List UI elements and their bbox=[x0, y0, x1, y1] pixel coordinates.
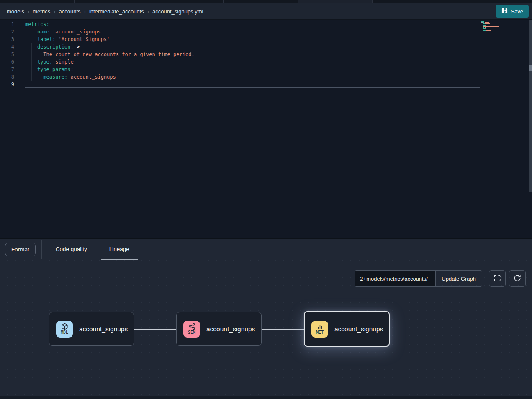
line-number: 7 bbox=[0, 66, 14, 73]
lineage-edge bbox=[262, 329, 304, 330]
bar-chart-icon bbox=[316, 323, 324, 330]
breadcrumb-item: accounts bbox=[59, 8, 81, 15]
line-number: 4 bbox=[0, 43, 14, 51]
breadcrumb: models›metrics›accounts›intermediate_acc… bbox=[7, 8, 203, 15]
panel-bottom-strip bbox=[0, 396, 532, 399]
editor-tab-strip bbox=[0, 0, 532, 3]
code-line: 3 label: 'Account Signups' bbox=[0, 36, 532, 43]
minimap-line bbox=[481, 21, 508, 22]
model-badge: MDL bbox=[56, 321, 73, 338]
lineage-node-semantic-model[interactable]: SEM account_signups bbox=[176, 312, 262, 346]
breadcrumb-item: account_signups.yml bbox=[152, 8, 203, 15]
node-label: account_signups bbox=[334, 325, 383, 333]
code-line: 7 type_params: bbox=[0, 66, 532, 73]
line-number: 3 bbox=[0, 36, 14, 43]
tab-lineage[interactable]: Lineage bbox=[101, 239, 138, 260]
lineage-filter-input[interactable] bbox=[355, 271, 435, 286]
tab-label: Lineage bbox=[109, 246, 129, 252]
metric-badge: MET bbox=[311, 321, 328, 338]
lineage-filter-group: Update Graph bbox=[355, 270, 482, 287]
file-tab[interactable] bbox=[298, 0, 373, 3]
file-tab[interactable] bbox=[373, 0, 447, 3]
panel-tab-bar: Format Code quality Lineage bbox=[0, 239, 532, 260]
minimap-line bbox=[481, 25, 508, 26]
scrollbar-thumb[interactable] bbox=[529, 65, 532, 71]
cube-icon bbox=[61, 323, 68, 330]
code-line: 2 - name: account_signups bbox=[0, 28, 532, 36]
save-button[interactable]: Save bbox=[496, 5, 529, 18]
file-header-bar: models›metrics›accounts›intermediate_acc… bbox=[0, 3, 532, 20]
line-number: 6 bbox=[0, 58, 14, 66]
lineage-node-metric-selected[interactable]: MET account_signups bbox=[304, 311, 390, 347]
minimap-line bbox=[481, 30, 508, 31]
refresh-graph-button[interactable] bbox=[509, 270, 526, 287]
line-number: 8 bbox=[0, 73, 14, 81]
network-icon bbox=[188, 323, 195, 330]
badge-label: MET bbox=[316, 330, 324, 335]
expand-icon bbox=[493, 274, 501, 283]
editor-scrollbar[interactable] bbox=[529, 20, 532, 192]
lineage-canvas[interactable]: Update Graph bbox=[0, 260, 532, 396]
file-tab[interactable] bbox=[224, 0, 298, 3]
save-disk-icon bbox=[501, 8, 508, 15]
chevron-right-icon: › bbox=[147, 8, 149, 15]
lineage-controls: Update Graph bbox=[355, 270, 526, 287]
code-line: 4 description: > bbox=[0, 43, 532, 51]
format-button[interactable]: Format bbox=[5, 243, 36, 256]
chevron-right-icon: › bbox=[84, 8, 86, 15]
update-graph-button[interactable]: Update Graph bbox=[435, 271, 482, 286]
tab-code-quality[interactable]: Code quality bbox=[47, 239, 95, 260]
file-tab[interactable] bbox=[0, 0, 75, 3]
code-line: 1metrics: bbox=[0, 20, 532, 28]
breadcrumb-item: metrics bbox=[33, 8, 50, 15]
refresh-icon bbox=[514, 274, 521, 283]
bottom-panel: Format Code quality Lineage Update Graph bbox=[0, 238, 532, 399]
save-button-label: Save bbox=[511, 8, 523, 15]
code-line: 5 The count of new accounts for a given … bbox=[0, 51, 532, 58]
indent-guide bbox=[31, 43, 32, 81]
code-content[interactable]: 1metrics:2 - name: account_signups3 labe… bbox=[0, 20, 532, 88]
code-editor[interactable]: 1metrics:2 - name: account_signups3 labe… bbox=[0, 20, 532, 238]
file-tab[interactable] bbox=[149, 0, 224, 3]
current-line-highlight bbox=[25, 80, 480, 88]
line-number: 2 bbox=[0, 28, 14, 36]
node-label: account_signups bbox=[206, 325, 255, 333]
minimap-line bbox=[481, 28, 508, 29]
fullscreen-button[interactable] bbox=[489, 270, 506, 287]
breadcrumb-item: models bbox=[7, 8, 24, 15]
semantic-model-badge: SEM bbox=[183, 321, 200, 338]
chevron-right-icon: › bbox=[54, 8, 55, 15]
chevron-right-icon: › bbox=[28, 8, 29, 15]
badge-label: SEM bbox=[188, 330, 195, 335]
minimap-line bbox=[481, 23, 508, 24]
minimap-line bbox=[481, 22, 508, 23]
minimap[interactable] bbox=[481, 21, 508, 31]
minimap-line bbox=[481, 27, 508, 28]
line-number: 1 bbox=[0, 20, 14, 28]
tabbar-divider bbox=[41, 240, 42, 259]
node-label: account_signups bbox=[79, 325, 128, 333]
breadcrumb-item: intermediate_accounts bbox=[89, 8, 144, 15]
line-number: 5 bbox=[0, 51, 14, 58]
code-line: 6 type: simple bbox=[0, 58, 532, 66]
badge-label: MDL bbox=[61, 330, 68, 335]
lineage-edge bbox=[134, 329, 176, 330]
tab-label: Code quality bbox=[56, 246, 87, 252]
ide-screen: models›metrics›accounts›intermediate_acc… bbox=[0, 0, 532, 399]
line-number: 9 bbox=[0, 81, 14, 88]
lineage-node-model[interactable]: MDL account_signups bbox=[49, 312, 134, 346]
file-tab[interactable] bbox=[447, 0, 532, 3]
file-tab[interactable] bbox=[75, 0, 149, 3]
minimap-line bbox=[481, 26, 508, 27]
